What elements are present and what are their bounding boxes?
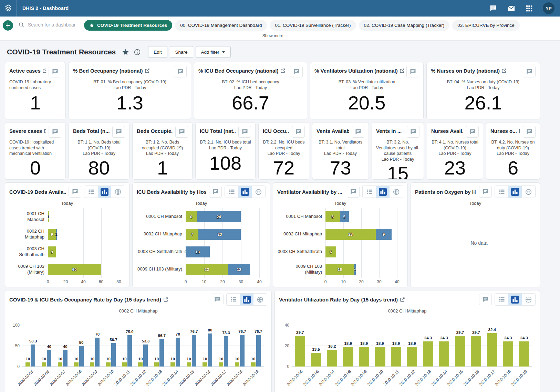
- chart-view-button[interactable]: [238, 186, 252, 198]
- bar-segment: 9: [376, 229, 392, 240]
- map-view-button[interactable]: [252, 186, 265, 198]
- x-tick-label: 0: [185, 279, 187, 284]
- dhis2-logo[interactable]: [0, 0, 17, 17]
- open-in-app-icon[interactable]: [44, 129, 46, 133]
- plot-area: 0501001053.310401040105010701056.71075.9…: [9, 315, 267, 367]
- comments-button[interactable]: [523, 66, 536, 77]
- comments-button[interactable]: [290, 66, 303, 77]
- chart-header: COVID-19 & ICU Beds Occupancy Rate by Da…: [9, 293, 267, 306]
- user-avatar[interactable]: YP: [543, 2, 554, 14]
- open-in-app-icon[interactable]: [404, 129, 404, 133]
- map-view-button[interactable]: [390, 186, 403, 198]
- interpretations-icon[interactable]: [489, 4, 497, 12]
- x-tick-label: 30: [377, 279, 381, 284]
- show-more-link[interactable]: Show more: [3, 31, 543, 40]
- comments-button[interactable]: [238, 126, 251, 138]
- comments-button[interactable]: [112, 126, 125, 138]
- new-dashboard-button[interactable]: [3, 20, 13, 31]
- bar-value-label: 18.9: [388, 341, 404, 346]
- comments-button[interactable]: [292, 126, 305, 138]
- comments-button[interactable]: [466, 126, 479, 138]
- comments-button[interactable]: [407, 126, 419, 138]
- chart-header: COVID-19 Beds Availa...: [9, 186, 125, 198]
- table-view-button[interactable]: [84, 186, 98, 198]
- comments-button[interactable]: [174, 66, 187, 77]
- dashboard-chip-selected[interactable]: COVID-19 Treatment Resources: [84, 20, 172, 31]
- card-header: ICU Total (nat...: [200, 126, 251, 138]
- edit-button[interactable]: Edit: [148, 46, 167, 58]
- table-view-button[interactable]: [227, 294, 240, 305]
- open-in-app-icon[interactable]: [502, 68, 506, 73]
- share-button[interactable]: Share: [170, 46, 193, 58]
- comments-button[interactable]: [209, 186, 222, 198]
- globe-icon: [525, 188, 532, 195]
- map-view-button[interactable]: [522, 186, 535, 198]
- date-label: 2020-10-17: [210, 369, 227, 386]
- bar-chart-icon: [511, 296, 519, 304]
- chart-view-button[interactable]: [240, 294, 253, 305]
- comments-button[interactable]: [406, 66, 419, 77]
- map-view-button[interactable]: [522, 294, 535, 305]
- table-view-button[interactable]: [363, 186, 376, 198]
- card-value: 80: [73, 157, 125, 180]
- dashboard-search[interactable]: [18, 20, 79, 30]
- bar: [295, 336, 305, 367]
- bar-value-label: 10: [149, 357, 164, 361]
- comments-button[interactable]: [352, 126, 364, 138]
- table-view-button[interactable]: [225, 186, 238, 198]
- bar-value-label: 10: [117, 357, 132, 361]
- table-view-button[interactable]: [495, 186, 508, 198]
- open-in-app-icon[interactable]: [164, 297, 168, 302]
- speech-bubble-icon: [295, 128, 302, 135]
- subtitle-line: Lao PDR - Today: [490, 151, 536, 157]
- comments-button[interactable]: [49, 66, 61, 77]
- comments-button[interactable]: [479, 186, 492, 198]
- comments-button[interactable]: [523, 126, 536, 138]
- chart-header: ICU Beds Availability by Hos...: [137, 186, 266, 198]
- bar-segment: 23: [186, 264, 228, 275]
- card-title-text: Ventilator Utilization Rate by Day (15 d…: [279, 297, 398, 303]
- card-title-text: COVID-19 Beds Availa...: [9, 189, 66, 195]
- page-title: COVID-19 Treatment Resources: [7, 48, 116, 56]
- comments-button[interactable]: [49, 126, 61, 138]
- messages-icon[interactable]: [507, 4, 515, 12]
- open-in-app-icon[interactable]: [43, 68, 46, 73]
- open-in-app-icon[interactable]: [145, 68, 149, 73]
- bar-group: 29.7: [292, 315, 308, 367]
- dashboard-chip[interactable]: 00. COVID-19 Management Dashboard: [175, 20, 267, 31]
- bar-value-label: 18.9: [341, 341, 356, 346]
- comments-button[interactable]: [175, 126, 188, 138]
- chart-title: COVID-19 Beds Availa...: [9, 189, 66, 195]
- open-in-app-icon[interactable]: [400, 68, 404, 73]
- chart-view-button[interactable]: [98, 186, 111, 198]
- bar-group: 29.7: [468, 315, 484, 367]
- map-view-button[interactable]: [111, 186, 125, 198]
- subtitle-line: BT: 2.2. No. ICU beds occupied: [263, 139, 305, 151]
- dashboard-chip[interactable]: 03. EPICURVE by Province: [452, 20, 520, 31]
- search-input[interactable]: [27, 22, 76, 28]
- dashboard-chip[interactable]: 01. COVID-19 Surveillance (Tracker): [270, 20, 356, 31]
- add-filter-button[interactable]: Add filter: [196, 46, 231, 58]
- x-tick-label: 0: [324, 279, 327, 284]
- chart-view-button[interactable]: [376, 186, 390, 198]
- bar-row: 161: [325, 261, 397, 278]
- map-view-button[interactable]: [253, 294, 267, 305]
- speech-bubble-icon: [177, 68, 184, 75]
- bar: [159, 339, 164, 367]
- table-view-button[interactable]: [495, 294, 508, 305]
- comments-button[interactable]: [69, 186, 81, 198]
- open-in-app-icon[interactable]: [519, 129, 520, 133]
- apps-menu-icon[interactable]: [525, 4, 533, 12]
- bar-value-label: 1: [354, 267, 356, 272]
- chart-view-button[interactable]: [508, 294, 522, 305]
- subtitle-line: BT: 2.1. No. ICU beds total: [200, 139, 251, 145]
- comments-button[interactable]: [479, 294, 492, 305]
- comments-button[interactable]: [347, 186, 360, 198]
- star-dashboard-icon[interactable]: [121, 48, 129, 56]
- info-icon[interactable]: [133, 48, 141, 56]
- chart-view-button[interactable]: [508, 186, 522, 198]
- open-in-app-icon[interactable]: [400, 297, 405, 302]
- dashboard-chip[interactable]: 02. COVID-19 Case Mapping (Tracker): [359, 20, 450, 31]
- comments-button[interactable]: [211, 294, 224, 305]
- open-in-app-icon[interactable]: [281, 68, 285, 73]
